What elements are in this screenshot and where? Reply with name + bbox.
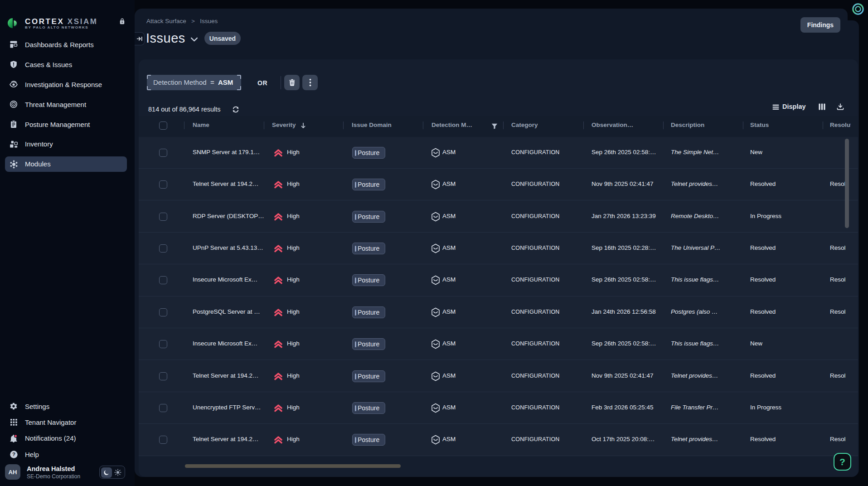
- svg-text:?: ?: [12, 452, 15, 457]
